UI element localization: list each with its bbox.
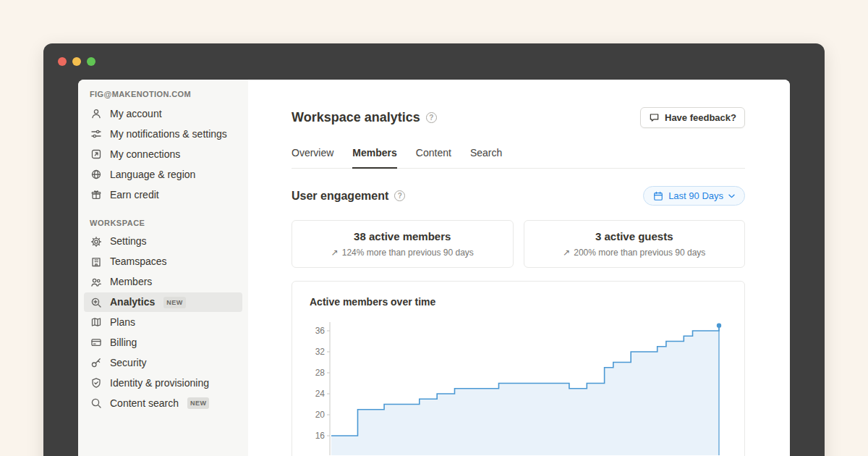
help-icon[interactable]: ? bbox=[394, 190, 405, 201]
avatar-icon bbox=[90, 107, 103, 120]
svg-text:32: 32 bbox=[315, 347, 326, 357]
active-guests-delta: ↗ 200% more than previous 90 days bbox=[536, 248, 733, 258]
trend-up-icon: ↗ bbox=[331, 248, 339, 258]
sidebar-item-label: Members bbox=[110, 275, 152, 289]
page-title: Workspace analytics ? bbox=[292, 110, 437, 125]
active-members-card: 38 active members ↗ 124% more than previ… bbox=[292, 220, 514, 268]
sidebar-item-label: Billing bbox=[110, 336, 137, 350]
minimize-window-button[interactable] bbox=[72, 57, 81, 66]
sidebar-item-label: Language & region bbox=[110, 168, 195, 182]
close-window-button[interactable] bbox=[58, 57, 67, 66]
search-icon bbox=[90, 397, 103, 410]
sidebar-item-label: Analytics bbox=[110, 295, 155, 309]
sidebar-item-billing[interactable]: Billing bbox=[84, 333, 242, 352]
active-members-value: 38 active members bbox=[304, 230, 501, 242]
sidebar-item-label: My notifications & settings bbox=[110, 127, 227, 141]
plans-icon bbox=[90, 316, 103, 329]
calendar-icon bbox=[653, 191, 663, 201]
sidebar-item-earn-credit[interactable]: Earn credit bbox=[84, 185, 242, 205]
analytics-icon bbox=[90, 296, 103, 309]
svg-text:28: 28 bbox=[315, 368, 326, 378]
delta-text: 124% more than previous 90 days bbox=[342, 248, 474, 258]
sidebar-item-my-connections[interactable]: My connections bbox=[84, 145, 242, 164]
active-guests-value: 3 active guests bbox=[536, 230, 733, 242]
date-range-label: Last 90 Days bbox=[668, 190, 723, 201]
delta-text: 200% more than previous 90 days bbox=[574, 248, 705, 258]
analytics-tabs: Overview Members Content Search bbox=[292, 147, 745, 169]
sidebar-item-label: My connections bbox=[110, 148, 180, 161]
members-icon bbox=[90, 276, 103, 289]
settings-sidebar: FIG@MAKENOTION.COM My account My notific… bbox=[78, 80, 248, 456]
trend-up-icon: ↗ bbox=[563, 248, 570, 258]
sidebar-item-my-account[interactable]: My account bbox=[84, 104, 242, 124]
settings-modal: FIG@MAKENOTION.COM My account My notific… bbox=[78, 80, 790, 456]
chart-title: Active members over time bbox=[310, 296, 727, 308]
sidebar-item-label: Teamspaces bbox=[110, 255, 167, 269]
section-title-text: User engagement bbox=[292, 190, 388, 203]
active-members-delta: ↗ 124% more than previous 90 days bbox=[304, 248, 501, 258]
globe-icon bbox=[90, 168, 103, 181]
billing-icon bbox=[90, 336, 103, 349]
sidebar-item-notifications-settings[interactable]: My notifications & settings bbox=[84, 124, 242, 144]
active-members-over-time-chart: 363228242016 bbox=[310, 318, 727, 455]
sidebar-item-label: Settings bbox=[110, 235, 147, 248]
analytics-main-panel: Workspace analytics ? Have feedback? Ove… bbox=[248, 80, 790, 456]
tab-overview[interactable]: Overview bbox=[292, 147, 333, 169]
chevron-down-icon bbox=[728, 194, 735, 198]
tab-members[interactable]: Members bbox=[352, 147, 396, 169]
user-engagement-header: User engagement ? Last 90 Days bbox=[292, 186, 745, 206]
speech-bubble-icon bbox=[649, 112, 660, 123]
sidebar-item-content-search[interactable]: Content search NEW bbox=[84, 394, 242, 413]
account-email: FIG@MAKENOTION.COM bbox=[90, 90, 237, 98]
sidebar-item-teamspaces[interactable]: Teamspaces bbox=[84, 252, 242, 271]
new-badge: NEW bbox=[163, 297, 186, 308]
sidebar-item-label: Security bbox=[110, 356, 147, 370]
key-icon bbox=[90, 356, 103, 369]
workspace-section-label: WORKSPACE bbox=[90, 219, 237, 227]
shield-check-icon bbox=[90, 376, 103, 389]
sidebar-item-label: Plans bbox=[110, 316, 135, 329]
svg-text:16: 16 bbox=[315, 431, 326, 441]
section-title: User engagement ? bbox=[292, 190, 405, 203]
help-icon[interactable]: ? bbox=[426, 112, 437, 123]
teamspaces-icon bbox=[90, 256, 103, 269]
svg-text:20: 20 bbox=[315, 410, 326, 420]
sidebar-item-analytics[interactable]: Analytics NEW bbox=[84, 292, 242, 312]
sidebar-item-label: Earn credit bbox=[110, 188, 159, 202]
notifications-settings-icon bbox=[90, 127, 103, 140]
tab-content[interactable]: Content bbox=[416, 147, 451, 169]
svg-text:24: 24 bbox=[315, 389, 326, 399]
main-header: Workspace analytics ? Have feedback? bbox=[292, 107, 745, 128]
gear-icon bbox=[90, 235, 103, 248]
page-title-text: Workspace analytics bbox=[292, 110, 420, 125]
date-range-selector[interactable]: Last 90 Days bbox=[643, 186, 745, 206]
stat-cards-row: 38 active members ↗ 124% more than previ… bbox=[292, 220, 745, 268]
tab-search[interactable]: Search bbox=[470, 147, 502, 169]
app-window: FIG@MAKENOTION.COM My account My notific… bbox=[43, 43, 825, 456]
sidebar-item-members[interactable]: Members bbox=[84, 272, 242, 292]
have-feedback-label: Have feedback? bbox=[665, 112, 736, 123]
sidebar-item-label: Identity & provisioning bbox=[110, 376, 209, 390]
new-badge: NEW bbox=[187, 397, 210, 409]
window-titlebar bbox=[43, 43, 825, 80]
connections-icon bbox=[90, 148, 103, 161]
sidebar-item-security[interactable]: Security bbox=[84, 353, 242, 373]
have-feedback-button[interactable]: Have feedback? bbox=[640, 107, 745, 128]
sidebar-item-identity-provisioning[interactable]: Identity & provisioning bbox=[84, 373, 242, 393]
zoom-window-button[interactable] bbox=[87, 57, 95, 66]
sidebar-item-language-region[interactable]: Language & region bbox=[84, 165, 242, 185]
svg-text:36: 36 bbox=[315, 326, 326, 336]
sidebar-item-label: Content search bbox=[110, 397, 179, 410]
active-guests-card: 3 active guests ↗ 200% more than previou… bbox=[524, 220, 746, 268]
sidebar-item-plans[interactable]: Plans bbox=[84, 313, 242, 332]
members-chart-card: Active members over time 363228242016 bbox=[292, 281, 745, 456]
gift-icon bbox=[90, 188, 103, 201]
sidebar-item-label: My account bbox=[110, 107, 162, 121]
sidebar-item-settings[interactable]: Settings bbox=[84, 232, 242, 251]
